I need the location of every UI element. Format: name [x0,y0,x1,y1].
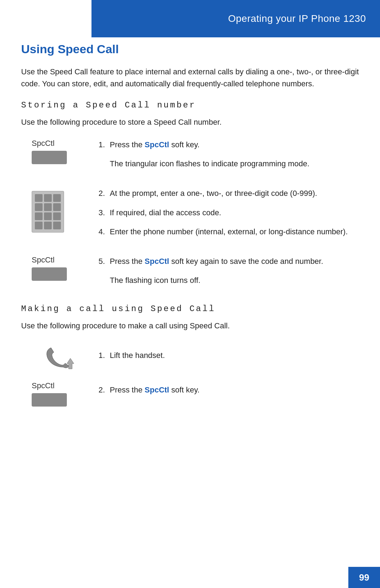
section-intro: Use the Speed Call feature to place inte… [21,66,359,90]
header-bar: Operating your IP Phone 1230 [91,0,380,37]
step5-icon-col: SpcCtl [21,255,99,293]
callstep2-icon-col: SpcCtl [21,381,99,407]
callstep1-block: 1. Lift the handset. [21,342,359,371]
callstep2-icon-label: SpcCtl [32,381,55,390]
callstep2-steps-col: 2. Press the SpcCtl soft key. [99,381,359,407]
step3-item: 3. If required, dial the access code. [99,207,359,219]
step2-number: 2. [99,187,110,199]
step5-subnote: The flashing icon turns off. [110,274,359,286]
callstep1-steps-col: 1. Lift the handset. [99,342,359,371]
step1-icon-col: SpcCtl [21,139,99,177]
callstep2-text: Press the SpcCtl soft key. [110,384,359,396]
header-title: Operating your IP Phone 1230 [228,13,366,24]
step5-block: SpcCtl 5. Press the SpcCtl soft key agai… [21,255,359,293]
step2-item: 2. At the prompt, enter a one-, two-, or… [99,187,359,199]
callstep1-text: Lift the handset. [110,349,359,361]
step3-number: 3. [99,207,110,219]
callstep2-item: 2. Press the SpcCtl soft key. [99,384,359,396]
step4-item: 4. Enter the phone number (internal, ext… [99,226,359,238]
callstep2-bold: SpcCtl [145,385,169,394]
step4-text: Enter the phone number (internal, extern… [110,226,359,238]
step5-softkey-icon [32,267,67,281]
step5-bold: SpcCtl [145,257,169,266]
step5-icon-label: SpcCtl [32,255,55,265]
subsection2-intro: Use the following procedure to make a ca… [21,320,359,332]
subsection1-intro: Use the following procedure to store a S… [21,116,359,128]
step5-number: 5. [99,255,110,267]
steps234-icon-col [21,187,99,245]
footer-page-number: 99 [348,567,380,588]
step1-steps-col: 1. Press the SpcCtl soft key. The triang… [99,139,359,177]
step1-number: 1. [99,139,110,151]
callstep1-icon-col [21,342,99,371]
handset-icon [44,342,83,371]
step1-block: SpcCtl 1. Press the SpcCtl soft key. The… [21,139,359,177]
subsection2-title: Making a call using Speed Call [21,304,359,314]
callstep2-softkey-icon [32,393,67,407]
step5-text: Press the SpcCtl soft key again to save … [110,255,359,267]
section-title: Using Speed Call [21,42,359,56]
step4-number: 4. [99,226,110,238]
keypad-icon [32,191,64,233]
steps234-steps-col: 2. At the prompt, enter a one-, two-, or… [99,187,359,245]
steps234-block: 2. At the prompt, enter a one-, two-, or… [21,187,359,245]
step1-icon-label: SpcCtl [32,139,55,148]
step5-item: 5. Press the SpcCtl soft key again to sa… [99,255,359,267]
step5-steps-col: 5. Press the SpcCtl soft key again to sa… [99,255,359,293]
step1-bold: SpcCtl [145,140,169,149]
header-title-plain: Operating your IP Phone [228,13,343,24]
step1-item: 1. Press the SpcCtl soft key. [99,139,359,151]
subsection1-title: Storing a Speed Call number [21,100,359,110]
header-title-bold: 1230 [343,13,366,24]
main-content: Using Speed Call Use the Speed Call feat… [21,42,359,560]
step1-text: Press the SpcCtl soft key. [110,139,359,151]
callstep2-block: SpcCtl 2. Press the SpcCtl soft key. [21,381,359,407]
step3-text: If required, dial the access code. [110,207,359,219]
step1-subnote: The triangular icon flashes to indicate … [110,158,359,170]
step2-text: At the prompt, enter a one-, two-, or th… [110,187,359,199]
callstep1-item: 1. Lift the handset. [99,349,359,361]
callstep2-number: 2. [99,384,110,396]
step1-softkey-icon [32,151,67,164]
callstep1-number: 1. [99,349,110,361]
